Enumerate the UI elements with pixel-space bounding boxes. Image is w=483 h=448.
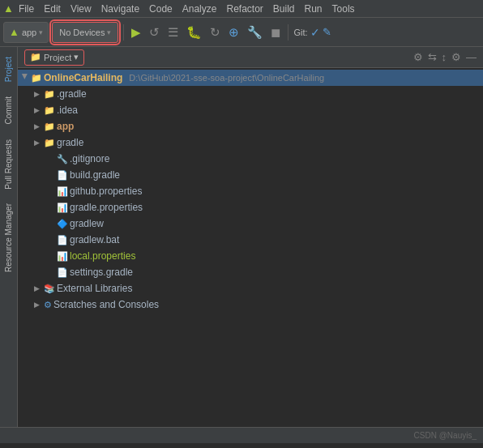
extlib-name: External Libraries xyxy=(57,283,132,294)
sidebar-tab-project[interactable]: Project xyxy=(2,50,15,88)
gradlew-icon: 🔷 xyxy=(57,219,68,229)
tree-item-gradle-folder[interactable]: ▶ 📁 .gradle xyxy=(18,86,483,102)
content-area: 📁 Project ▾ ⚙ ⇆ ↕ ⚙ — ▶ 📁 OnlineCarHaili… xyxy=(18,47,483,427)
profile-button[interactable]: ⊕ xyxy=(226,22,242,43)
android-icon: ▲ xyxy=(3,2,14,15)
menu-file[interactable]: File xyxy=(14,2,39,16)
minimize-icon[interactable]: — xyxy=(466,51,477,63)
menu-refactor[interactable]: Refactor xyxy=(221,2,267,16)
scratches-icon: ⚙ xyxy=(44,300,52,310)
scratches-chevron-icon: ▶ xyxy=(34,301,42,309)
collapse-icon[interactable]: ⇆ xyxy=(428,51,437,63)
tree-item-github-properties[interactable]: ▶ 📊 github.properties xyxy=(18,183,483,199)
gradledir-chevron-icon: ▶ xyxy=(34,139,42,147)
project-view-selector[interactable]: 📁 Project ▾ xyxy=(24,49,84,66)
gradle-folder-icon: 📁 xyxy=(44,89,55,100)
root-name: OnlineCarHailing xyxy=(44,72,122,83)
menu-tools[interactable]: Tools xyxy=(327,2,360,16)
menu-bar: ▲ File Edit View Navigate Code Analyze R… xyxy=(0,0,483,18)
menu-build[interactable]: Build xyxy=(268,2,300,16)
panel-header: 📁 Project ▾ ⚙ ⇆ ↕ ⚙ — xyxy=(18,47,483,68)
app-folder-icon: 📁 xyxy=(44,122,55,132)
rerun-button[interactable]: ↻ xyxy=(207,22,223,43)
settingsgradle-name: settings.gradle xyxy=(70,267,133,278)
debug-button[interactable]: 🐛 xyxy=(184,22,204,43)
buildgradle-name: build.gradle xyxy=(70,169,120,181)
tree-item-gradlew[interactable]: ▶ 🔷 gradlew xyxy=(18,215,483,232)
scratches-name: Scratches and Consoles xyxy=(53,299,159,310)
tree-root[interactable]: ▶ 📁 OnlineCarHailing D:\GitHub\2021-sse-… xyxy=(18,70,483,86)
sidebar-tab-resource-manager[interactable]: Resource Manager xyxy=(2,197,15,279)
gear-icon[interactable]: ⚙ xyxy=(451,51,461,63)
gradlewbat-icon: 📄 xyxy=(57,235,68,245)
buildgradle-icon: 📄 xyxy=(57,170,68,181)
tree-item-gitignore[interactable]: ▶ 🔧 .gitignore xyxy=(18,151,483,167)
run-config-button[interactable]: ☰ xyxy=(165,22,181,43)
extlib-icon: 📚 xyxy=(44,284,55,294)
tree-item-settings-gradle[interactable]: ▶ 📄 settings.gradle xyxy=(18,264,483,280)
git-section: Git: ✓ ✎ xyxy=(293,26,331,39)
localprop-icon: 📊 xyxy=(57,251,68,262)
app-folder-name: app xyxy=(57,121,74,132)
left-sidebar: Project Commit Pull Requests Resource Ma… xyxy=(0,47,18,427)
githubprop-name: github.properties xyxy=(70,186,142,197)
panel-header-icons: ⚙ ⇆ ↕ ⚙ — xyxy=(413,51,477,63)
settingsgradle-icon: 📄 xyxy=(57,267,68,278)
root-chevron-icon: ▶ xyxy=(21,74,29,82)
app-selector[interactable]: ▲ app ▾ xyxy=(3,22,49,43)
extlib-chevron-icon: ▶ xyxy=(34,284,42,292)
app-chevron-icon: ▶ xyxy=(34,122,42,130)
attach-button[interactable]: 🔧 xyxy=(245,22,265,43)
tree-item-external-libraries[interactable]: ▶ 📚 External Libraries xyxy=(18,280,483,297)
localprop-name: local.properties xyxy=(70,250,135,262)
tree-item-idea-folder[interactable]: ▶ 📁 .idea xyxy=(18,102,483,118)
tree-item-local-properties[interactable]: ▶ 📊 local.properties xyxy=(18,248,483,264)
tree-item-scratches[interactable]: ▶ ⚙ Scratches and Consoles xyxy=(18,297,483,313)
gradledir-folder-name: gradle xyxy=(57,137,83,148)
sidebar-tab-commit[interactable]: Commit xyxy=(2,90,15,130)
android-logo-icon: ▲ xyxy=(9,26,19,38)
folder-icon: 📁 xyxy=(30,52,41,62)
run-button[interactable]: ▶ xyxy=(129,22,143,43)
settings-icon[interactable]: ⚙ xyxy=(413,51,423,63)
git-check-icon[interactable]: ✓ xyxy=(310,26,320,39)
idea-folder-icon: 📁 xyxy=(44,105,55,116)
gradle-folder-name: .gradle xyxy=(57,88,87,100)
gradleprop-icon: 📊 xyxy=(57,203,68,213)
main-layout: Project Commit Pull Requests Resource Ma… xyxy=(0,47,483,427)
devices-dropdown-arrow: ▾ xyxy=(107,28,111,36)
idea-chevron-icon: ▶ xyxy=(34,106,42,114)
panel-title: Project xyxy=(44,53,71,62)
gradlewbat-name: gradlew.bat xyxy=(70,234,119,245)
app-label: app xyxy=(22,28,36,37)
toolbar-sep-2 xyxy=(288,24,289,41)
tree-item-gradle-properties[interactable]: ▶ 📊 gradle.properties xyxy=(18,199,483,215)
menu-edit[interactable]: Edit xyxy=(39,2,66,16)
git-pencil-icon[interactable]: ✎ xyxy=(323,26,331,38)
sidebar-tab-pull-requests[interactable]: Pull Requests xyxy=(2,133,15,196)
refresh-button[interactable]: ↺ xyxy=(147,22,162,43)
app-dropdown-arrow: ▾ xyxy=(39,28,43,36)
menu-analyze[interactable]: Analyze xyxy=(177,2,222,16)
tree-item-gradlew-bat[interactable]: ▶ 📄 gradlew.bat xyxy=(18,232,483,248)
tree-item-build-gradle[interactable]: ▶ 📄 build.gradle xyxy=(18,167,483,183)
menu-code[interactable]: Code xyxy=(144,2,177,16)
gradle-chevron-icon: ▶ xyxy=(34,90,42,98)
root-path: D:\GitHub\2021-sse-soa-project\OnlineCar… xyxy=(129,73,324,83)
watermark: CSDN @Nauyis_ xyxy=(0,427,483,443)
menu-run[interactable]: Run xyxy=(300,2,327,16)
file-tree: ▶ 📁 OnlineCarHailing D:\GitHub\2021-sse-… xyxy=(18,68,483,427)
root-folder-icon: 📁 xyxy=(31,73,42,83)
tree-item-gradle-dir[interactable]: ▶ 📁 gradle xyxy=(18,134,483,151)
tree-item-app-folder[interactable]: ▶ 📁 app xyxy=(18,118,483,134)
gitignore-icon: 🔧 xyxy=(57,154,68,164)
no-devices-selector[interactable]: No Devices ▾ xyxy=(52,22,118,43)
gradleprop-name: gradle.properties xyxy=(70,202,143,213)
stop-button[interactable]: ◼ xyxy=(268,22,283,43)
githubprop-icon: 📊 xyxy=(57,186,68,197)
menu-view[interactable]: View xyxy=(66,2,96,16)
menu-navigate[interactable]: Navigate xyxy=(96,2,144,16)
idea-folder-name: .idea xyxy=(57,105,78,116)
toolbar: ▲ app ▾ No Devices ▾ ▶ ↺ ☰ 🐛 ↻ ⊕ 🔧 ◼ Git… xyxy=(0,18,483,47)
expand-icon[interactable]: ↕ xyxy=(442,51,447,63)
